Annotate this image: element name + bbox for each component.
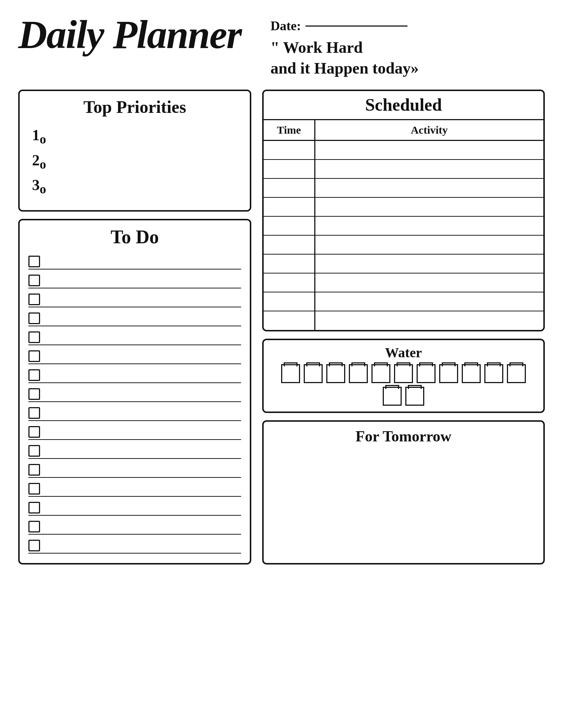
activity-cell[interactable]	[315, 254, 543, 273]
date-line: Date:	[271, 18, 408, 34]
activity-cell[interactable]	[315, 273, 543, 292]
water-cup-8[interactable]	[439, 364, 458, 383]
water-cup-9[interactable]	[462, 364, 481, 383]
water-section: Water	[262, 339, 545, 413]
todo-item[interactable]	[28, 423, 241, 440]
todo-item[interactable]	[28, 518, 241, 535]
todo-item[interactable]	[28, 461, 241, 478]
todo-checkbox[interactable]	[28, 256, 40, 267]
scheduled-title: Scheduled	[264, 91, 543, 120]
activity-cell[interactable]	[315, 141, 543, 160]
schedule-row[interactable]	[264, 235, 543, 254]
schedule-row[interactable]	[264, 254, 543, 273]
priority-item-1[interactable]: 1o	[28, 124, 241, 149]
water-cup-3[interactable]	[326, 364, 345, 383]
water-cup-4[interactable]	[349, 364, 368, 383]
schedule-row[interactable]	[264, 178, 543, 197]
water-cup-5[interactable]	[371, 364, 390, 383]
time-cell[interactable]	[264, 197, 315, 216]
todo-item[interactable]	[28, 347, 241, 364]
water-cup-13[interactable]	[405, 387, 424, 406]
todo-item[interactable]	[28, 291, 241, 307]
priority-item-2[interactable]: 2o	[28, 149, 241, 174]
priority-item-3[interactable]: 3o	[28, 174, 241, 199]
todo-checkbox[interactable]	[28, 312, 40, 324]
schedule-row[interactable]	[264, 160, 543, 178]
todo-section: To Do	[18, 219, 251, 564]
todo-checkbox[interactable]	[28, 502, 40, 513]
time-col-header: Time	[264, 120, 315, 141]
title-area: Daily Planner	[18, 15, 241, 55]
todo-item[interactable]	[28, 442, 241, 459]
activity-cell[interactable]	[315, 197, 543, 216]
water-cup-7[interactable]	[417, 364, 436, 383]
main-content: Top Priorities 1o 2o 3o To Do	[18, 90, 545, 564]
activity-cell[interactable]	[315, 178, 543, 197]
todo-item[interactable]	[28, 537, 241, 554]
right-header: Date: " Work Hard and it Happen today»	[271, 15, 545, 79]
water-cup-6[interactable]	[394, 364, 413, 383]
schedule-row[interactable]	[264, 273, 543, 292]
todo-item[interactable]	[28, 480, 241, 497]
schedule-row[interactable]	[264, 292, 543, 311]
todo-item[interactable]	[28, 310, 241, 326]
todo-checkbox[interactable]	[28, 521, 40, 532]
todo-item[interactable]	[28, 253, 241, 269]
date-label: Date:	[271, 18, 301, 34]
todo-item[interactable]	[28, 499, 241, 516]
time-cell[interactable]	[264, 178, 315, 197]
time-cell[interactable]	[264, 273, 315, 292]
todo-checkbox[interactable]	[28, 464, 40, 476]
time-cell[interactable]	[264, 141, 315, 160]
water-cup-11[interactable]	[507, 364, 526, 383]
activity-cell[interactable]	[315, 235, 543, 254]
todo-item[interactable]	[28, 385, 241, 402]
water-title: Water	[271, 345, 536, 361]
schedule-row[interactable]	[264, 197, 543, 216]
scheduled-table: Time Activity	[264, 120, 543, 330]
todo-checkbox[interactable]	[28, 445, 40, 457]
water-cup-12[interactable]	[383, 387, 402, 406]
activity-cell[interactable]	[315, 160, 543, 178]
water-cup-2[interactable]	[304, 364, 323, 383]
todo-item[interactable]	[28, 328, 241, 345]
todo-checkbox[interactable]	[28, 350, 40, 362]
todo-checkbox[interactable]	[28, 388, 40, 400]
todo-checkbox[interactable]	[28, 294, 40, 305]
tomorrow-open-space[interactable]	[272, 449, 535, 522]
todo-item[interactable]	[28, 366, 241, 383]
todo-checkbox[interactable]	[28, 426, 40, 438]
todo-checkbox[interactable]	[28, 275, 40, 286]
time-cell[interactable]	[264, 235, 315, 254]
right-column: Scheduled Time Activity	[262, 90, 545, 564]
todo-checkbox[interactable]	[28, 331, 40, 343]
activity-col-header: Activity	[315, 120, 543, 141]
time-cell[interactable]	[264, 216, 315, 235]
time-cell[interactable]	[264, 311, 315, 330]
todo-item[interactable]	[28, 272, 241, 288]
priorities-title: Top Priorities	[28, 97, 241, 117]
page-title: Daily Planner	[18, 15, 241, 55]
todo-checkbox[interactable]	[28, 369, 40, 381]
todo-checkbox[interactable]	[28, 483, 40, 495]
time-cell[interactable]	[264, 254, 315, 273]
scheduled-section: Scheduled Time Activity	[262, 90, 545, 331]
tomorrow-section: For Tomorrow	[262, 420, 545, 564]
todo-item[interactable]	[28, 404, 241, 421]
date-underline[interactable]	[306, 25, 408, 27]
water-cup-10[interactable]	[484, 364, 503, 383]
todo-checkbox[interactable]	[28, 407, 40, 419]
header: Daily Planner Date: " Work Hard and it H…	[18, 15, 545, 79]
activity-cell[interactable]	[315, 311, 543, 330]
schedule-row[interactable]	[264, 311, 543, 330]
activity-cell[interactable]	[315, 292, 543, 311]
left-column: Top Priorities 1o 2o 3o To Do	[18, 90, 251, 564]
quote-text: " Work Hard and it Happen today»	[271, 37, 419, 79]
schedule-row[interactable]	[264, 141, 543, 160]
time-cell[interactable]	[264, 292, 315, 311]
time-cell[interactable]	[264, 160, 315, 178]
water-cup-1[interactable]	[281, 364, 300, 383]
schedule-row[interactable]	[264, 216, 543, 235]
activity-cell[interactable]	[315, 216, 543, 235]
todo-checkbox[interactable]	[28, 540, 40, 551]
